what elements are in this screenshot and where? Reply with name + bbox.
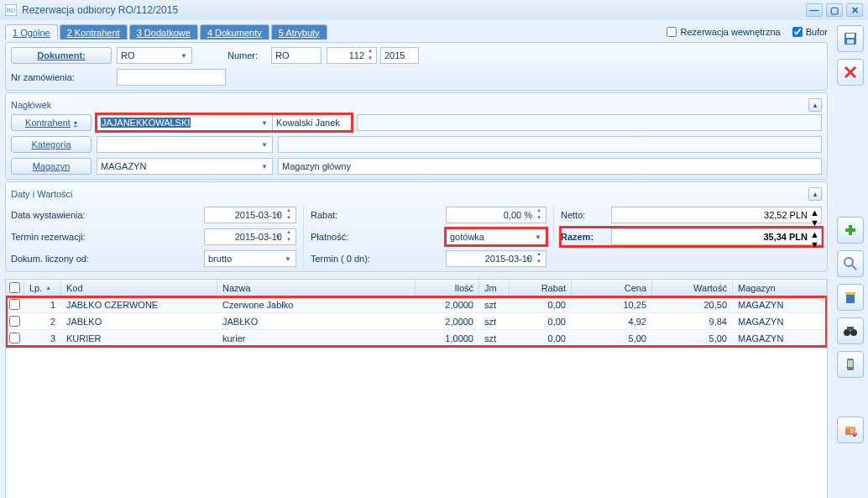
- add-button[interactable]: [837, 217, 864, 244]
- select-all-checkbox[interactable]: [9, 282, 20, 293]
- magazyn-button[interactable]: Magazyn: [11, 158, 92, 175]
- nrzam-input[interactable]: [117, 69, 226, 86]
- spin-down-icon[interactable]: ▼: [365, 55, 375, 63]
- package-button[interactable]: %: [837, 417, 864, 443]
- numer-year-input[interactable]: [380, 47, 419, 64]
- netto-value[interactable]: 32,52 PLN▲▼: [611, 207, 822, 223]
- close-button[interactable]: ✕: [846, 3, 863, 17]
- trash-icon: [843, 290, 858, 305]
- phone-button[interactable]: [837, 351, 864, 378]
- svg-point-12: [850, 329, 857, 336]
- bufor-checkbox[interactable]: Bufor: [792, 27, 828, 37]
- kontrahent-code-combo[interactable]: JAJANEKKOWALSKI▼: [97, 114, 273, 131]
- kontrahent-desc-field: [357, 114, 822, 131]
- tab-dokumenty[interactable]: 4 Dokumenty: [200, 24, 269, 39]
- grid-body: 1JABŁKO CZERWONECzerwone Jabłko2,0000szt…: [6, 296, 827, 347]
- row-checkbox[interactable]: [9, 333, 20, 343]
- chevron-down-icon[interactable]: ▼: [259, 141, 270, 149]
- box-icon: %: [843, 422, 858, 438]
- phone-icon: [843, 357, 858, 372]
- magazyn-name-field: Magazyn główny: [278, 158, 822, 175]
- search-button[interactable]: [837, 250, 864, 277]
- window-title: Rezerwacja odbiorcy RO/112/2015: [22, 4, 803, 16]
- chevron-down-icon[interactable]: ▼: [259, 163, 270, 170]
- col-wartosc[interactable]: Wartość: [652, 280, 733, 296]
- svg-point-7: [844, 258, 853, 266]
- magnifier-icon: [843, 256, 858, 271]
- netto-row: Netto:32,52 PLN▲▼: [561, 206, 822, 224]
- svg-rect-2: [847, 39, 854, 44]
- cancel-icon: [843, 65, 858, 80]
- find-button[interactable]: [837, 317, 864, 344]
- save-icon: [843, 31, 858, 46]
- sidebar-toolbar: %: [833, 20, 868, 498]
- dokum-label: Dokum. liczony od:: [11, 254, 95, 264]
- kategoria-button[interactable]: Kategoria: [11, 136, 92, 153]
- tab-kontrahent[interactable]: 2 Kontrahent: [60, 24, 128, 39]
- rabat-field[interactable]: 0,00 %▲▼: [446, 207, 546, 223]
- magazyn-combo[interactable]: MAGAZYN▼: [97, 158, 273, 175]
- row-checkbox[interactable]: [9, 299, 20, 310]
- items-grid: Lp. Kod Nazwa Ilość Jm Rabat Cena Wartoś…: [5, 279, 828, 498]
- spin-up-icon[interactable]: ▲: [365, 48, 375, 55]
- svg-text:%: %: [850, 427, 858, 438]
- dokument-button[interactable]: Dokument:: [11, 47, 112, 64]
- collapse-naglowek-button[interactable]: ▲: [808, 98, 822, 112]
- table-row[interactable]: 3KURIERkurier1,0000szt0,005,005,00MAGAZY…: [6, 330, 827, 347]
- binoculars-icon: [843, 323, 858, 338]
- col-kod[interactable]: Kod: [61, 280, 217, 296]
- table-row[interactable]: 2JABŁKOJABŁKO2,0000szt0,004,929,84MAGAZY…: [6, 313, 827, 330]
- numer-prefix-input[interactable]: [271, 47, 322, 64]
- col-nazwa[interactable]: Nazwa: [217, 280, 416, 296]
- kategoria-combo[interactable]: ▼: [97, 136, 273, 153]
- platnosc-label: Płatność:: [311, 232, 361, 242]
- table-row[interactable]: 1JABŁKO CZERWONECzerwone Jabłko2,0000szt…: [6, 296, 827, 313]
- tab-ogolne[interactable]: 1 Ogólne: [5, 24, 58, 39]
- naglowek-header: Nagłówek ▲: [11, 97, 822, 113]
- termin-rez-field[interactable]: ▼2015-03-10▲▼: [204, 228, 296, 245]
- svg-line-8: [852, 265, 856, 270]
- save-button[interactable]: [837, 25, 864, 52]
- svg-rect-1: [846, 34, 855, 38]
- svg-rect-13: [847, 327, 854, 330]
- platnosc-combo[interactable]: gotówka▼: [446, 228, 546, 245]
- kontrahent-name-field: Kowalski Janek: [273, 114, 352, 131]
- chevron-down-icon[interactable]: ▼: [178, 52, 190, 60]
- collapse-daty-button[interactable]: ▲: [808, 187, 822, 201]
- daty-header: Daty i Wartości ▲: [11, 186, 822, 202]
- razem-value[interactable]: 35,34 PLN▲▼: [611, 228, 822, 245]
- delete-button[interactable]: [837, 284, 864, 311]
- grid-header[interactable]: Lp. Kod Nazwa Ilość Jm Rabat Cena Wartoś…: [6, 280, 827, 296]
- col-jm[interactable]: Jm: [479, 280, 510, 296]
- dokument-combo[interactable]: RO▼: [117, 47, 192, 64]
- rabat-label: Rabat:: [311, 210, 361, 220]
- col-ilosc[interactable]: Ilość: [416, 280, 479, 296]
- termin-rez-label: Termin rezerwacji:: [11, 232, 95, 242]
- chevron-down-icon[interactable]: ▼: [532, 233, 544, 241]
- col-cena[interactable]: Cena: [572, 280, 652, 296]
- svg-rect-15: [848, 360, 853, 367]
- chevron-down-icon[interactable]: ▼: [522, 255, 534, 263]
- rezerwacja-wewnetrzna-checkbox[interactable]: Rezerwacja wewnętrzna: [667, 27, 780, 37]
- chevron-down-icon[interactable]: ▼: [272, 233, 284, 241]
- row-checkbox[interactable]: [9, 316, 20, 327]
- dokum-combo[interactable]: brutto▼: [204, 250, 296, 267]
- chevron-down-icon[interactable]: ▾: [74, 119, 77, 127]
- kontrahent-button[interactable]: Kontrahent▾: [11, 114, 92, 131]
- col-lp[interactable]: Lp.: [24, 280, 61, 296]
- maximize-button[interactable]: ▢: [826, 3, 843, 17]
- tab-atrybuty[interactable]: 5 Atrybuty: [271, 24, 327, 39]
- minimize-button[interactable]: —: [806, 3, 823, 17]
- app-icon: RO: [5, 4, 17, 16]
- tab-dodatkowe[interactable]: 3 Dodatkowe: [129, 24, 198, 39]
- chevron-down-icon[interactable]: ▼: [282, 255, 294, 263]
- data-wyst-field[interactable]: ▼2015-03-10▲▼: [204, 207, 296, 223]
- col-rabat[interactable]: Rabat: [510, 280, 572, 296]
- nrzam-label: Nr zamówienia:: [11, 72, 112, 82]
- col-magazyn[interactable]: Magazyn: [733, 280, 827, 296]
- razem-row: Razem:35,34 PLN▲▼: [561, 228, 822, 246]
- cancel-button[interactable]: [837, 59, 864, 86]
- chevron-down-icon[interactable]: ▼: [272, 212, 284, 219]
- termin-field[interactable]: ▼2015-03-10▲▼: [446, 250, 546, 267]
- chevron-down-icon[interactable]: ▼: [259, 119, 270, 127]
